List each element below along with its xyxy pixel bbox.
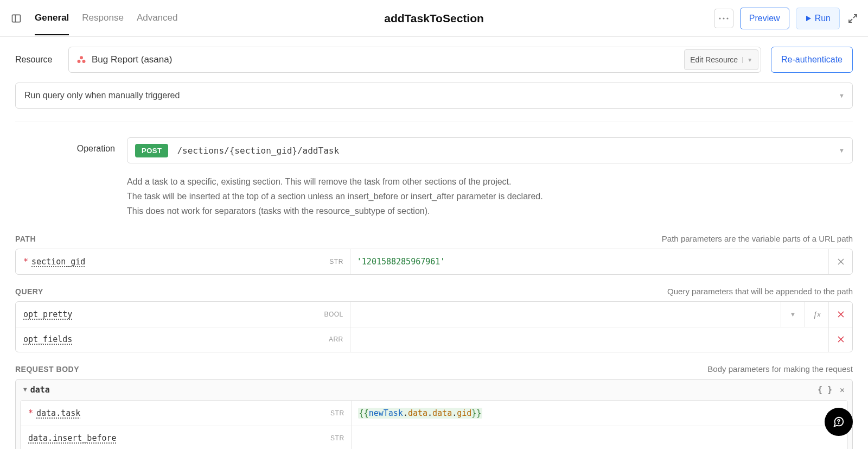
tab-advanced[interactable]: Advanced [137,12,178,35]
close-icon [838,311,844,318]
remove-button[interactable] [828,302,852,327]
expression-token: {{newTask.data.data.gid}} [358,408,483,419]
resource-label: Resource [15,55,59,65]
close-icon [838,258,844,265]
play-icon [805,15,812,22]
svg-point-14 [839,423,839,423]
divider [15,122,853,122]
http-method-badge: POST [135,144,168,157]
svg-point-6 [78,60,81,63]
param-name: section_gid [31,257,85,267]
param-name-cell[interactable]: * section_gid STR [16,249,350,274]
param-value-input[interactable] [352,426,824,449]
param-row: * data.task STR {{newTask.data.data.gid}… [21,401,847,426]
svg-point-4 [726,17,728,19]
reauthenticate-button[interactable]: Re-authenticate [771,47,853,73]
body-hint: Body parameters for making the request [707,364,853,374]
param-value-input[interactable]: {{newTask.data.data.gid}} [352,401,824,426]
tab-response[interactable]: Response [82,12,124,35]
remove-button[interactable] [828,327,852,352]
operation-label: Operation [15,137,115,154]
required-indicator: * [28,408,33,418]
resource-row: Resource Bug Report (asana) Edit Resourc… [15,47,853,73]
top-bar: General Response Advanced addTaskToSecti… [0,0,868,37]
param-row: opt_fields ARR [16,327,852,352]
resource-name: Bug Report (asana) [92,54,684,65]
description-line: This does not work for separators (tasks… [127,204,853,218]
description-line: Add a task to a specific, existing secti… [127,174,853,189]
page-title: addTaskToSection [384,12,484,25]
resource-select[interactable]: Bug Report (asana) Edit Resource ▼ [68,47,761,73]
param-name-cell[interactable]: opt_pretty BOOL [16,302,350,327]
dropdown-button[interactable]: ▼ [781,302,805,327]
fx-button[interactable]: ƒx [805,302,828,327]
query-hint: Query parameters that will be appended t… [667,287,853,296]
more-button[interactable] [714,9,733,28]
param-value-input[interactable] [350,302,781,327]
operation-row: Operation POST /sections/{section_gid}/a… [15,137,853,163]
param-row: data.insert_before STR [21,426,847,449]
query-title: QUERY [15,287,43,296]
param-type: ARR [329,336,343,343]
content: Resource Bug Report (asana) Edit Resourc… [0,37,868,449]
edit-resource-label: Edit Resource [690,55,738,64]
svg-point-3 [723,17,724,19]
chevron-down-icon: ▼ [839,147,845,154]
close-icon[interactable]: ✕ [840,385,845,395]
asana-icon [76,55,86,65]
panel-toggle-icon[interactable] [11,13,22,24]
svg-rect-0 [12,15,21,22]
close-icon [838,336,844,343]
tabs: General Response Advanced [35,2,178,35]
param-value-input[interactable]: '1201588285967961' [350,249,828,274]
path-section-header: PATH Path parameters are the variable pa… [15,234,853,243]
topbar-actions: Preview Run [714,8,857,29]
param-type: STR [330,434,344,442]
svg-point-2 [719,17,720,19]
param-row: * section_gid STR '1201588285967961' [16,249,852,274]
chevron-down-icon: ▼ [742,57,752,63]
trigger-select[interactable]: Run query only when manually triggered ▼ [15,83,853,109]
chevron-down-icon: ▼ [839,92,845,99]
run-button-label: Run [815,14,831,23]
help-icon [833,416,845,428]
required-indicator: * [23,257,28,267]
svg-point-5 [80,56,83,59]
preview-button[interactable]: Preview [740,8,789,29]
tab-general[interactable]: General [35,12,69,35]
param-name: data.task [36,408,80,418]
help-button[interactable] [825,408,853,436]
expand-icon[interactable] [848,14,857,23]
param-name-cell[interactable]: data.insert_before STR [21,426,352,449]
query-section-header: QUERY Query parameters that will be appe… [15,287,853,296]
param-name-cell[interactable]: * data.task STR [21,401,352,426]
body-group-header[interactable]: ▼ data { } ✕ [16,380,852,400]
clear-button[interactable] [828,249,852,274]
param-name: data.insert_before [28,433,117,443]
param-type: BOOL [324,311,343,318]
param-name-cell[interactable]: opt_fields ARR [16,327,350,352]
operation-select[interactable]: POST /sections/{section_gid}/addTask ▼ [127,137,853,163]
path-title: PATH [15,235,36,243]
path-params-table: * section_gid STR '1201588285967961' [15,249,853,275]
chevron-down-icon: ▼ [23,386,27,393]
param-name: opt_fields [23,334,72,344]
operation-path: /sections/{section_gid}/addTask [177,146,339,156]
param-type: STR [329,258,343,265]
body-title: REQUEST BODY [15,365,79,374]
query-params-table: opt_pretty BOOL ▼ ƒx opt_fields ARR [15,301,853,352]
braces-icon[interactable]: { } [818,385,832,395]
trigger-text: Run query only when manually triggered [24,91,180,100]
ellipsis-icon [719,17,729,20]
description-line: The task will be inserted at the top of … [127,189,853,204]
param-row: opt_pretty BOOL ▼ ƒx [16,302,852,327]
svg-point-7 [82,60,86,63]
param-value-input[interactable] [350,327,828,352]
param-name: opt_pretty [23,309,72,319]
param-type: STR [330,409,344,417]
edit-resource-button[interactable]: Edit Resource ▼ [684,49,758,70]
body-group-name: data [30,385,50,395]
body-header-actions: { } ✕ [818,385,845,395]
run-button[interactable]: Run [796,8,840,29]
operation-description: Add a task to a specific, existing secti… [127,174,853,219]
